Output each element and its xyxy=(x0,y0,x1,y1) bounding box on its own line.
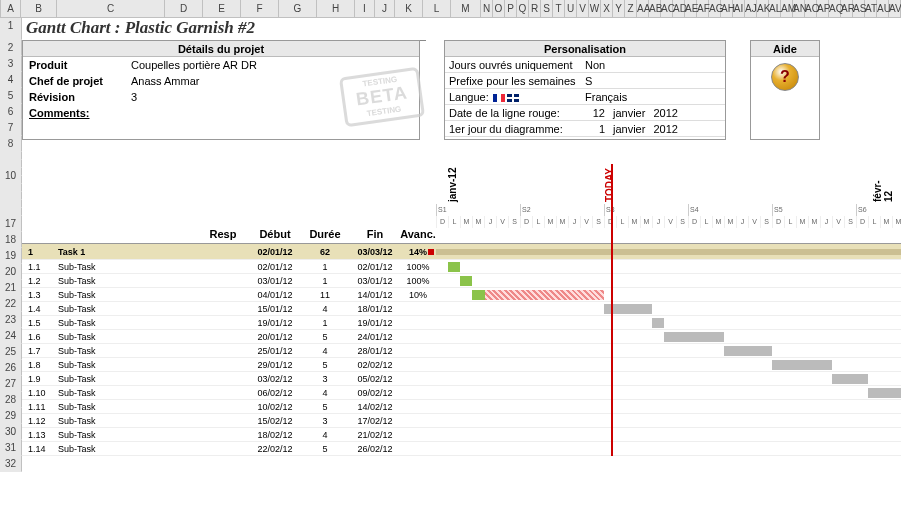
col-header-H[interactable]: H xyxy=(317,0,355,17)
row-header[interactable]: 6 xyxy=(0,104,22,120)
row-header[interactable]: 25 xyxy=(0,344,22,360)
task-row[interactable]: 1.1Sub-Task02/01/12102/01/12100% xyxy=(22,260,901,274)
task-summary-row[interactable]: 1Task 102/01/126203/03/1214% xyxy=(22,244,901,260)
personal-value[interactable]: Non xyxy=(585,57,725,72)
col-header-A[interactable]: A xyxy=(1,0,21,17)
row-header[interactable]: 27 xyxy=(0,376,22,392)
col-header-N[interactable]: N xyxy=(481,0,493,17)
row-header[interactable]: 2 xyxy=(0,40,22,56)
row-header[interactable]: 21 xyxy=(0,280,22,296)
col-header-F[interactable]: F xyxy=(241,0,279,17)
row-header[interactable] xyxy=(0,184,22,192)
personal-value[interactable]: S xyxy=(585,73,725,88)
col-header-O[interactable]: O xyxy=(493,0,505,17)
col-header-AN[interactable]: AN xyxy=(793,0,805,17)
task-row[interactable]: 1.2Sub-Task03/01/12103/01/12100% xyxy=(22,274,901,288)
row-header[interactable] xyxy=(0,160,22,168)
row-header[interactable]: 31 xyxy=(0,440,22,456)
col-header-R[interactable]: R xyxy=(529,0,541,17)
col-header-AU[interactable]: AU xyxy=(877,0,889,17)
col-header-AF[interactable]: AF xyxy=(697,0,709,17)
task-row[interactable]: 1.8Sub-Task29/01/12502/02/12 xyxy=(22,358,901,372)
col-header-AO[interactable]: AO xyxy=(805,0,817,17)
col-header-B[interactable]: B xyxy=(21,0,57,17)
row-header[interactable]: 1 xyxy=(0,18,22,40)
row-header[interactable]: 29 xyxy=(0,408,22,424)
col-header-L[interactable]: L xyxy=(423,0,451,17)
row-header[interactable]: 20 xyxy=(0,264,22,280)
col-header-P[interactable]: P xyxy=(505,0,517,17)
task-row[interactable]: 1.6Sub-Task20/01/12524/01/12 xyxy=(22,330,901,344)
task-row[interactable]: 1.10Sub-Task06/02/12409/02/12 xyxy=(22,386,901,400)
row-header[interactable]: 22 xyxy=(0,296,22,312)
col-header-S[interactable]: S xyxy=(541,0,553,17)
personal-date[interactable]: 1janvier2012 xyxy=(585,121,725,136)
col-header-G[interactable]: G xyxy=(279,0,317,17)
flag-fr-icon[interactable] xyxy=(493,94,505,102)
col-header-J[interactable]: J xyxy=(375,0,395,17)
col-header-Z[interactable]: Z xyxy=(625,0,637,17)
row-header[interactable] xyxy=(0,192,22,200)
row-header[interactable] xyxy=(0,208,22,216)
row-header[interactable]: 26 xyxy=(0,360,22,376)
col-header-M[interactable]: M xyxy=(451,0,481,17)
col-header-AV[interactable]: AV xyxy=(889,0,901,17)
task-row[interactable]: 1.14Sub-Task22/02/12526/02/12 xyxy=(22,442,901,456)
row-header[interactable]: 8 xyxy=(0,136,22,152)
col-header-AR[interactable]: AR xyxy=(841,0,853,17)
row-header[interactable]: 5 xyxy=(0,88,22,104)
task-row[interactable]: 1.9Sub-Task03/02/12305/02/12 xyxy=(22,372,901,386)
col-header-AE[interactable]: AE xyxy=(685,0,697,17)
col-header-AA[interactable]: AA xyxy=(637,0,649,17)
col-header-Y[interactable]: Y xyxy=(613,0,625,17)
col-header-D[interactable]: D xyxy=(165,0,203,17)
col-header-I[interactable]: I xyxy=(355,0,375,17)
col-header-AP[interactable]: AP xyxy=(817,0,829,17)
task-row[interactable]: 1.5Sub-Task19/01/12119/01/12 xyxy=(22,316,901,330)
col-header-E[interactable]: E xyxy=(203,0,241,17)
col-header-AJ[interactable]: AJ xyxy=(745,0,757,17)
col-header-C[interactable]: C xyxy=(57,0,165,17)
row-header[interactable]: 4 xyxy=(0,72,22,88)
col-header-AL[interactable]: AL xyxy=(769,0,781,17)
row-header[interactable] xyxy=(0,152,22,160)
row-header[interactable]: 10 xyxy=(0,168,22,176)
flag-gb-icon[interactable] xyxy=(507,94,519,102)
col-header-AG[interactable]: AG xyxy=(709,0,721,17)
col-header-AI[interactable]: AI xyxy=(733,0,745,17)
task-row[interactable]: 1.12Sub-Task15/02/12317/02/12 xyxy=(22,414,901,428)
col-header-AB[interactable]: AB xyxy=(649,0,661,17)
row-header[interactable]: 24 xyxy=(0,328,22,344)
col-header-W[interactable]: W xyxy=(589,0,601,17)
col-header-U[interactable]: U xyxy=(565,0,577,17)
col-header-AT[interactable]: AT xyxy=(865,0,877,17)
col-header-T[interactable]: T xyxy=(553,0,565,17)
col-header-K[interactable]: K xyxy=(395,0,423,17)
col-header-AH[interactable]: AH xyxy=(721,0,733,17)
task-row[interactable]: 1.3Sub-Task04/01/121114/01/1210% xyxy=(22,288,901,302)
row-header[interactable]: 18 xyxy=(0,232,22,248)
task-row[interactable]: 1.7Sub-Task25/01/12428/01/12 xyxy=(22,344,901,358)
row-header[interactable]: 30 xyxy=(0,424,22,440)
row-header[interactable]: 17 xyxy=(0,216,22,232)
row-header[interactable]: 7 xyxy=(0,120,22,136)
col-header-V[interactable]: V xyxy=(577,0,589,17)
row-header[interactable]: 23 xyxy=(0,312,22,328)
help-icon[interactable]: ? xyxy=(771,63,799,91)
task-row[interactable]: 1.13Sub-Task18/02/12421/02/12 xyxy=(22,428,901,442)
col-header-AS[interactable]: AS xyxy=(853,0,865,17)
row-header[interactable] xyxy=(0,200,22,208)
col-header-AM[interactable]: AM xyxy=(781,0,793,17)
col-header-AC[interactable]: AC xyxy=(661,0,673,17)
row-header[interactable]: 3 xyxy=(0,56,22,72)
task-row[interactable]: 1.4Sub-Task15/01/12418/01/12 xyxy=(22,302,901,316)
col-header-AQ[interactable]: AQ xyxy=(829,0,841,17)
col-header-Q[interactable]: Q xyxy=(517,0,529,17)
personal-date[interactable]: 12janvier2012 xyxy=(585,105,725,120)
task-row[interactable]: 1.11Sub-Task10/02/12514/02/12 xyxy=(22,400,901,414)
row-header[interactable]: 28 xyxy=(0,392,22,408)
col-header-AD[interactable]: AD xyxy=(673,0,685,17)
col-header-AK[interactable]: AK xyxy=(757,0,769,17)
col-header-X[interactable]: X xyxy=(601,0,613,17)
row-header[interactable]: 19 xyxy=(0,248,22,264)
